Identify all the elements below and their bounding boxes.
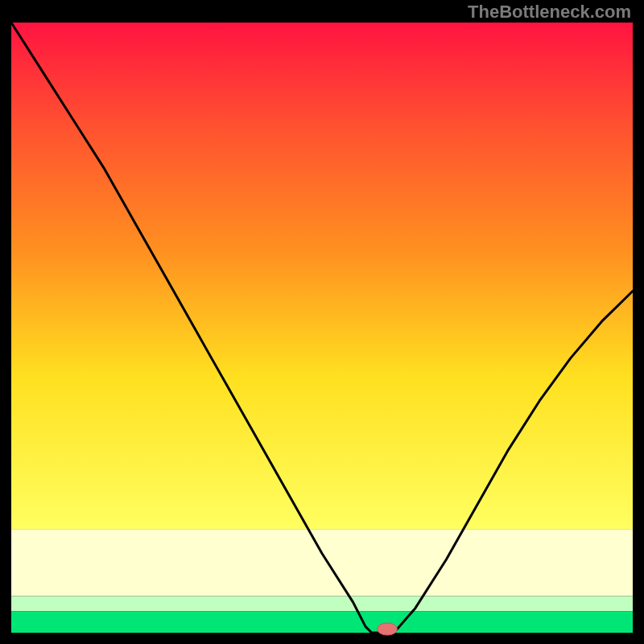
gradient-heat-band: [11, 23, 633, 529]
green-base-band: [11, 611, 633, 633]
watermark-text: TheBottleneck.com: [468, 2, 631, 22]
mint-band: [11, 597, 633, 612]
pale-band: [11, 529, 633, 596]
optimal-point-marker: [378, 623, 398, 635]
